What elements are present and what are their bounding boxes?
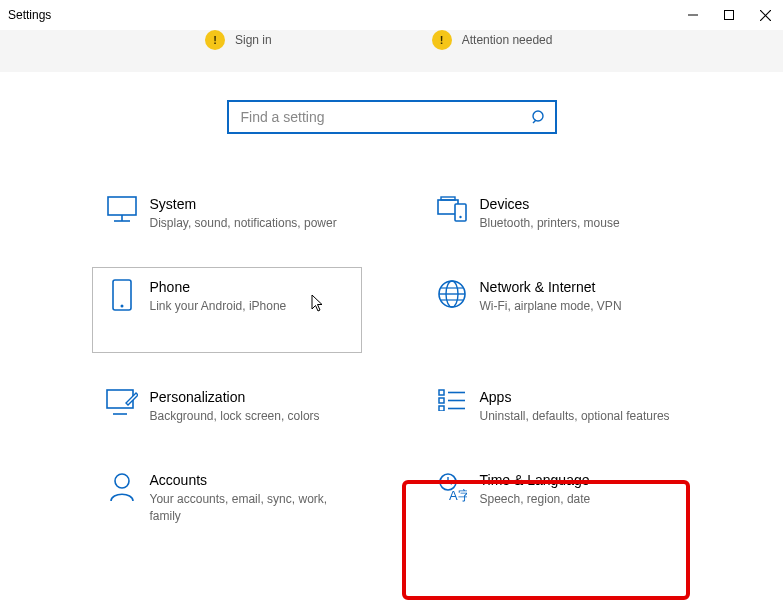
warning-icon: ! bbox=[205, 30, 225, 50]
time-language-icon: A字 bbox=[437, 472, 467, 523]
window-title: Settings bbox=[8, 8, 51, 22]
sign-in-alert[interactable]: ! Sign in bbox=[205, 30, 272, 50]
search-icon bbox=[531, 109, 547, 125]
category-phone[interactable]: Phone Link your Android, iPhone bbox=[92, 267, 362, 353]
svg-rect-22 bbox=[439, 390, 444, 395]
category-subtitle: Background, lock screen, colors bbox=[150, 408, 352, 424]
warning-icon: ! bbox=[432, 30, 452, 50]
category-title: Accounts bbox=[150, 472, 352, 488]
apps-icon bbox=[438, 389, 466, 424]
search-input[interactable] bbox=[239, 108, 531, 126]
category-personalization[interactable]: Personalization Background, lock screen,… bbox=[92, 377, 362, 436]
category-subtitle: Link your Android, iPhone bbox=[150, 298, 352, 314]
category-devices[interactable]: Devices Bluetooth, printers, mouse bbox=[422, 184, 692, 243]
category-title: Time & Language bbox=[480, 472, 682, 488]
sign-in-label: Sign in bbox=[235, 33, 272, 47]
attention-needed-alert[interactable]: ! Attention needed bbox=[432, 30, 553, 50]
maximize-button[interactable] bbox=[711, 0, 747, 30]
attention-label: Attention needed bbox=[462, 33, 553, 47]
category-title: Network & Internet bbox=[480, 279, 682, 295]
category-accounts[interactable]: Accounts Your accounts, email, sync, wor… bbox=[92, 460, 362, 535]
svg-rect-10 bbox=[455, 204, 466, 221]
search-box[interactable] bbox=[227, 100, 557, 134]
category-subtitle: Uninstall, defaults, optional features bbox=[480, 408, 682, 424]
svg-point-28 bbox=[115, 474, 129, 488]
svg-rect-6 bbox=[108, 197, 136, 215]
category-title: Apps bbox=[480, 389, 682, 405]
svg-line-31 bbox=[448, 482, 452, 484]
accounts-icon bbox=[109, 472, 135, 523]
top-alert-band: ! Sign in ! Attention needed bbox=[0, 30, 783, 72]
close-button[interactable] bbox=[747, 0, 783, 30]
settings-grid: System Display, sound, notifications, po… bbox=[92, 184, 692, 560]
svg-text:A字: A字 bbox=[449, 488, 467, 502]
svg-point-11 bbox=[459, 216, 461, 218]
category-subtitle: Speech, region, date bbox=[480, 491, 682, 507]
category-subtitle: Your accounts, email, sync, work, family bbox=[150, 491, 352, 523]
svg-rect-1 bbox=[725, 11, 734, 20]
devices-icon bbox=[437, 196, 467, 231]
svg-point-14 bbox=[120, 305, 123, 308]
window-controls bbox=[675, 0, 783, 30]
category-title: Personalization bbox=[150, 389, 352, 405]
svg-rect-12 bbox=[441, 197, 455, 200]
category-title: Phone bbox=[150, 279, 352, 295]
category-network[interactable]: Network & Internet Wi-Fi, airplane mode,… bbox=[422, 267, 692, 353]
system-icon bbox=[107, 196, 137, 231]
category-subtitle: Bluetooth, printers, mouse bbox=[480, 215, 682, 231]
category-title: System bbox=[150, 196, 352, 212]
phone-icon bbox=[112, 279, 132, 341]
personalization-icon bbox=[106, 389, 138, 424]
category-subtitle: Display, sound, notifications, power bbox=[150, 215, 352, 231]
titlebar: Settings bbox=[0, 0, 783, 30]
svg-rect-26 bbox=[439, 406, 444, 411]
category-time-language[interactable]: A字 Time & Language Speech, region, date bbox=[422, 460, 692, 535]
category-title: Devices bbox=[480, 196, 682, 212]
network-icon bbox=[437, 279, 467, 341]
svg-rect-24 bbox=[439, 398, 444, 403]
category-apps[interactable]: Apps Uninstall, defaults, optional featu… bbox=[422, 377, 692, 436]
category-system[interactable]: System Display, sound, notifications, po… bbox=[92, 184, 362, 243]
category-subtitle: Wi-Fi, airplane mode, VPN bbox=[480, 298, 682, 314]
svg-point-4 bbox=[533, 111, 543, 121]
minimize-button[interactable] bbox=[675, 0, 711, 30]
